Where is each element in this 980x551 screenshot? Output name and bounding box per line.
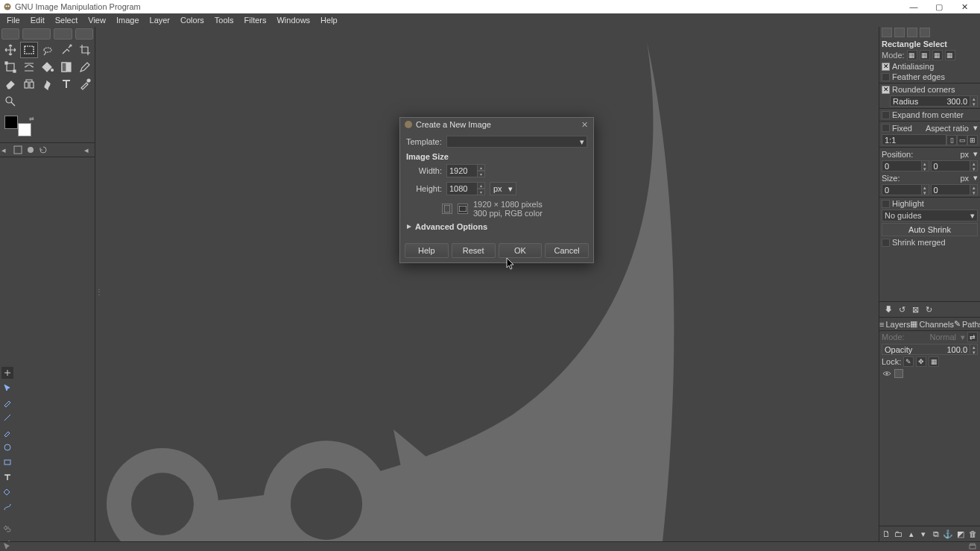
width-input[interactable]	[446, 164, 478, 177]
margin-add-icon[interactable]	[1, 367, 13, 379]
radius-spinner[interactable]: ▴▾	[970, 95, 978, 107]
width-spinner[interactable]: ▴▾	[478, 164, 485, 177]
menu-tools[interactable]: Tools	[209, 14, 239, 26]
dock-tab-menu[interactable]: ◂	[84, 145, 93, 155]
tab-paths[interactable]: ✎Paths	[954, 318, 980, 330]
pos-x-input[interactable]: 0	[882, 160, 922, 171]
feather-checkbox[interactable]	[882, 73, 890, 81]
size-w-spin[interactable]: ▴▾	[922, 184, 929, 195]
size-h-input[interactable]: 0	[931, 184, 971, 195]
menu-colors[interactable]: Colors	[175, 14, 209, 26]
unit-dropdown[interactable]: px▾	[490, 182, 516, 195]
reset-preset-icon[interactable]: ↻	[923, 303, 935, 315]
mask-layer-icon[interactable]: ◩	[955, 528, 967, 540]
lower-layer-icon[interactable]: ▾	[918, 528, 929, 540]
opacity-spinner[interactable]: ▴▾	[970, 344, 978, 355]
tool-clone[interactable]	[20, 76, 38, 92]
delete-layer-icon[interactable]: 🗑	[967, 528, 979, 540]
tab-device[interactable]	[894, 28, 905, 37]
restore-preset-icon[interactable]: ↺	[896, 303, 908, 315]
opacity-value[interactable]: 100.0	[946, 345, 967, 353]
tool-eraser[interactable]	[1, 76, 19, 92]
tool-free-select[interactable]	[39, 42, 57, 58]
tool-fuzzy-select[interactable]	[57, 42, 75, 58]
toolbox-tab-1[interactable]	[1, 28, 19, 40]
foreground-color[interactable]	[4, 116, 18, 129]
landscape-icon[interactable]	[458, 204, 468, 214]
tab-undo[interactable]	[920, 28, 930, 37]
margin-pointer-icon[interactable]	[1, 382, 13, 394]
position-unit-dropdown[interactable]: ▾	[973, 149, 978, 159]
tab-channels[interactable]: ▦Channels	[910, 318, 953, 330]
background-color[interactable]	[18, 123, 31, 136]
tool-pencil[interactable]	[76, 59, 94, 75]
height-spinner[interactable]: ▴▾	[478, 182, 485, 195]
tool-rect-select[interactable]	[20, 42, 38, 58]
template-dropdown[interactable]: ▾	[446, 136, 587, 148]
blend-mode-dropdown[interactable]: ▾	[961, 333, 965, 342]
advanced-options-expander[interactable]: Advanced Options	[406, 222, 587, 231]
margin-text-icon[interactable]	[1, 471, 13, 483]
menu-filters[interactable]: Filters	[239, 14, 272, 26]
aspect-dropdown-icon[interactable]: ▾	[973, 123, 978, 133]
close-button[interactable]: ✕	[952, 0, 977, 13]
expand-checkbox[interactable]	[882, 111, 890, 119]
new-group-icon[interactable]: 🗀	[894, 528, 905, 540]
margin-undo-icon[interactable]	[1, 523, 13, 535]
menu-layer[interactable]: Layer	[145, 14, 176, 26]
rounded-checkbox[interactable]: ✕	[882, 86, 890, 94]
tool-move[interactable]	[1, 42, 19, 58]
mode-replace[interactable]: ▦	[907, 50, 917, 60]
guides-dropdown[interactable]: No guides▾	[882, 210, 978, 221]
dialog-close-icon[interactable]: ✕	[579, 119, 589, 130]
save-preset-icon[interactable]: 🡇	[882, 303, 894, 315]
new-layer-icon[interactable]: 🗋	[881, 528, 892, 540]
aspect-link[interactable]: ⊞	[967, 135, 978, 145]
aspect-portrait[interactable]: ▯	[946, 135, 957, 145]
height-input[interactable]	[446, 182, 478, 195]
tool-smudge[interactable]	[39, 76, 57, 92]
menu-select[interactable]: Select	[50, 14, 83, 26]
duplicate-layer-icon[interactable]: ⧉	[931, 528, 942, 540]
tool-warp[interactable]	[20, 59, 38, 75]
toolbox-tab-3[interactable]	[54, 28, 72, 40]
dialog-title-bar[interactable]: Create a New Image ✕	[400, 118, 593, 131]
aspect-value-input[interactable]: 1:1	[882, 134, 946, 145]
margin-fill-icon[interactable]	[1, 486, 13, 498]
dock-tab-brushes[interactable]	[25, 145, 36, 155]
margin-rect-icon[interactable]	[1, 456, 13, 468]
tab-tool-opts[interactable]	[882, 28, 892, 37]
ok-button[interactable]: OK	[499, 243, 543, 258]
menu-file[interactable]: File	[1, 14, 25, 26]
layer-visibility-icon[interactable]	[882, 369, 891, 378]
aspect-landscape[interactable]: ▭	[957, 135, 967, 145]
tool-bucket[interactable]	[39, 59, 57, 75]
tool-color-picker[interactable]	[76, 76, 94, 92]
menu-image[interactable]: Image	[111, 14, 145, 26]
cancel-button[interactable]: Cancel	[545, 243, 589, 258]
size-unit-dropdown[interactable]: ▾	[973, 173, 978, 183]
menu-edit[interactable]: Edit	[25, 14, 50, 26]
dock-tab-prev[interactable]: ◂	[1, 145, 10, 155]
pos-x-spin[interactable]: ▴▾	[922, 160, 929, 171]
antialiasing-checkbox[interactable]: ✕	[882, 63, 890, 71]
tool-gradient[interactable]	[57, 59, 75, 75]
mode-add[interactable]: ▦	[920, 50, 930, 60]
margin-curve-icon[interactable]	[1, 501, 13, 513]
margin-circle-icon[interactable]	[1, 441, 13, 453]
minimize-button[interactable]: —	[901, 0, 926, 13]
merge-layer-icon[interactable]: ⚓	[943, 528, 954, 540]
tool-crop[interactable]	[76, 42, 94, 58]
tab-layers[interactable]: ≡Layers	[879, 318, 910, 330]
layer-item[interactable]	[879, 368, 980, 380]
tool-text[interactable]	[57, 76, 75, 92]
dock-tab-history[interactable]	[38, 145, 48, 155]
pos-y-spin[interactable]: ▴▾	[970, 160, 978, 171]
reset-button[interactable]: Reset	[452, 243, 496, 258]
radius-value[interactable]: 300.0	[946, 97, 967, 105]
auto-shrink-button[interactable]: Auto Shrink	[882, 223, 978, 236]
dock-tab-device[interactable]	[13, 145, 23, 155]
swap-colors-icon[interactable]: ⇄	[29, 116, 34, 122]
maximize-button[interactable]: ▢	[926, 0, 952, 13]
highlight-checkbox[interactable]	[882, 200, 890, 208]
